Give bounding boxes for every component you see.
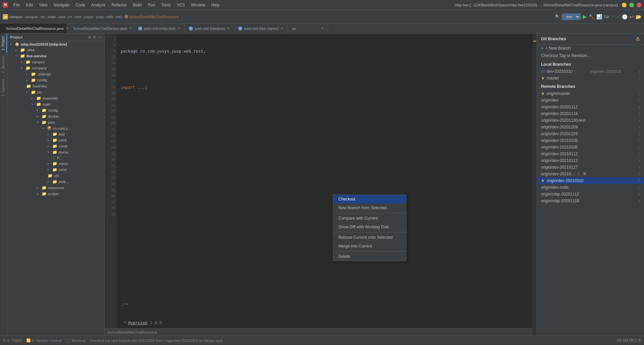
tree-company[interactable]: ▾ 📁 company (7, 65, 104, 71)
editor-content[interactable]: 123 1314151617181920212223242526 2728293… (105, 34, 537, 328)
bc-class[interactable]: 🅒 SchoolDetailWeChatResource (124, 15, 179, 19)
tab-3[interactable]: pom.xml (campus) ✕ (185, 23, 234, 33)
status-todo[interactable]: ☑ 6: TODO (3, 338, 22, 343)
menu-vcs[interactable]: VCS (174, 2, 188, 8)
git-new-branch[interactable]: + + New Branch (537, 45, 644, 52)
bc-java[interactable]: java (59, 15, 65, 19)
sidebar-minimize-icon[interactable]: — (98, 35, 102, 40)
git-remote-origin-dev[interactable]: origin/dev › (537, 97, 644, 104)
tab-close-2[interactable]: ✕ (178, 26, 180, 30)
tab-close-1[interactable]: ✕ (129, 26, 132, 30)
build-icon[interactable]: 🔨 (589, 14, 594, 19)
menu-tools[interactable]: Tools (159, 2, 173, 8)
tree-campus[interactable]: ▾ 📁 campus (7, 59, 104, 65)
git-check-icon[interactable]: ✓ (612, 14, 615, 19)
tree-doma[interactable]: ▾ 📁 doma... (7, 149, 104, 155)
bc-rest[interactable]: rest (116, 15, 122, 19)
bc-web[interactable]: web (106, 15, 113, 19)
tree-P[interactable]: C P... (7, 155, 104, 161)
git-remote-20201118[interactable]: origin/dev-20201118 › (537, 110, 644, 117)
maximize-button[interactable] (629, 3, 634, 7)
tree-repos[interactable]: ▸ 📁 repos (7, 161, 104, 167)
tree-live-service[interactable]: ▾ 📁 live-service (7, 53, 104, 59)
menu-refactor[interactable]: Refactor (109, 2, 129, 8)
git-remote-20201209[interactable]: origin/dev-20201209 › (537, 124, 644, 130)
git-undo-icon[interactable]: ↩ (630, 14, 634, 19)
profile-icon[interactable]: 📊 (596, 14, 602, 19)
tab-2[interactable]: pom.xml (mbp-live) ✕ (134, 23, 185, 33)
tab-project[interactable]: 1: Project (0, 34, 7, 53)
tree-config1[interactable]: ▸ 📁 config (7, 77, 104, 83)
git-local-master[interactable]: ★ master › (537, 75, 644, 81)
sidebar-settings-icon[interactable]: ⚙ (93, 35, 96, 40)
tree-resources[interactable]: ▸ 📁 resources (7, 185, 104, 191)
status-vcs[interactable]: 🔀 9: Version Control (26, 338, 61, 343)
status-terminal[interactable]: ⬛ Terminal (65, 338, 86, 343)
git-remote-20201112[interactable]: origin/dev-20201112 › (537, 104, 644, 110)
tab-4[interactable]: pom.xml (live-starter) ✕ (234, 23, 288, 33)
tab-structure[interactable]: Z: Structure (0, 53, 7, 76)
tab-favorites[interactable]: 2: Favorites (0, 76, 7, 99)
ctx-rebase[interactable]: Rebase Current onto Selected (333, 233, 406, 242)
tree-config2[interactable]: ▸ 📁 config (7, 107, 104, 113)
minimize-button[interactable] (622, 3, 627, 7)
git-check2-icon[interactable]: ✓ (617, 14, 620, 19)
bc-cn[interactable]: cn (68, 15, 72, 19)
bc-com[interactable]: com (74, 15, 82, 19)
code-text[interactable]: package cn.com.yusys.yusp.web.rest; impo… (117, 34, 537, 328)
git-remote-special[interactable]: origin/dev-20210... S 英 › (537, 171, 644, 177)
tree-settings[interactable]: ▸ 📁 .settings (7, 71, 104, 77)
git-remote-dev-redis[interactable]: origin/dev-redis › (537, 184, 644, 191)
menu-window[interactable]: Window (188, 2, 208, 8)
tree-idea[interactable]: ▸ 📁 .idea (7, 47, 104, 53)
tree-docker[interactable]: ▸ 📁 docker (7, 113, 104, 119)
tree-confi[interactable]: ▸ 📁 confi (7, 137, 104, 143)
ctx-merge[interactable]: Merge into Current (333, 242, 406, 250)
ctx-show-diff[interactable]: Show Diff with Working Tree (333, 223, 406, 231)
sidebar-add-icon[interactable]: ⊕ (88, 35, 91, 40)
git-remote-20210127[interactable]: origin/dev-20210127 › (537, 164, 644, 171)
bc-yusys[interactable]: yusys (84, 15, 93, 19)
tree-web[interactable]: ▸ 📁 web... (7, 179, 104, 185)
branch-selector[interactable]: test (562, 13, 581, 20)
menu-view[interactable]: View (36, 2, 50, 8)
close-button[interactable] (637, 3, 641, 7)
ctx-compare[interactable]: Compare with Current (333, 214, 406, 223)
menu-file[interactable]: File (11, 2, 22, 8)
menu-analyze[interactable]: Analyze (89, 2, 108, 8)
tab-0[interactable]: SchoolDetailWeChatResource.java ✕ (0, 23, 67, 33)
bc-yusp[interactable]: yusp (96, 15, 104, 19)
tree-src[interactable]: ▾ 📁 src (7, 89, 104, 95)
menu-code[interactable]: Code (73, 2, 88, 8)
menu-navigate[interactable]: Navigate (51, 2, 72, 8)
git-remote-20210113[interactable]: origin/dev-20210113 › (537, 157, 644, 164)
git-local-dev-20210310[interactable]: 🏷 dev-20210310 origin/dev-20210310 › (537, 68, 644, 75)
tree-util[interactable]: 📁 util (7, 173, 104, 179)
menu-build[interactable]: Build (130, 2, 145, 8)
ctx-new-branch[interactable]: New Branch from Selected... (333, 204, 406, 212)
tab-close-5[interactable]: ✕ (321, 26, 324, 30)
tree-scripts[interactable]: ▸ 📁 scripts (7, 191, 104, 197)
git-remote-mbp-20201118[interactable]: origin/mbp-20201118 › (537, 197, 644, 204)
bc-src[interactable]: src (41, 15, 46, 19)
bc-campus[interactable]: campus (25, 15, 38, 19)
tab-1[interactable]: SchoolDetailWeChatService.java ✕ (67, 23, 134, 33)
git-remote-20201130[interactable]: origin/dev-20201130-test › (537, 117, 644, 124)
menu-run[interactable]: Run (145, 2, 158, 8)
ctx-delete[interactable]: Delete (333, 252, 406, 261)
git-remote-20201229[interactable]: origin/dev-20201229 › (537, 130, 644, 137)
tree-main[interactable]: ▾ 📁 main (7, 101, 104, 107)
git-remote-mbp-20201112[interactable]: origin/mbp-20201112 › (537, 191, 644, 197)
tree-root[interactable]: ▾ 🏠 mbp-live210310 [mbp-live] (7, 41, 104, 47)
run-button[interactable]: ▶ (583, 13, 587, 20)
tab-close-4[interactable]: ✕ (281, 26, 283, 30)
bc-main[interactable]: main (48, 15, 56, 19)
tree-const[interactable]: ▸ 📁 const (7, 143, 104, 149)
git-remote-origin-master[interactable]: ★ origin/master › (537, 90, 644, 97)
tab-5[interactable]: ap ✕ (288, 23, 328, 33)
git-checkout-tag[interactable]: Checkout Tag or Revision... (537, 52, 644, 59)
tree-aop[interactable]: ▸ 📁 aop (7, 131, 104, 137)
tab-close-3[interactable]: ✕ (227, 26, 230, 30)
git-remote-20210112[interactable]: origin/dev-20210112 › (537, 151, 644, 157)
tree-java[interactable]: ▾ 📁 java (7, 119, 104, 125)
